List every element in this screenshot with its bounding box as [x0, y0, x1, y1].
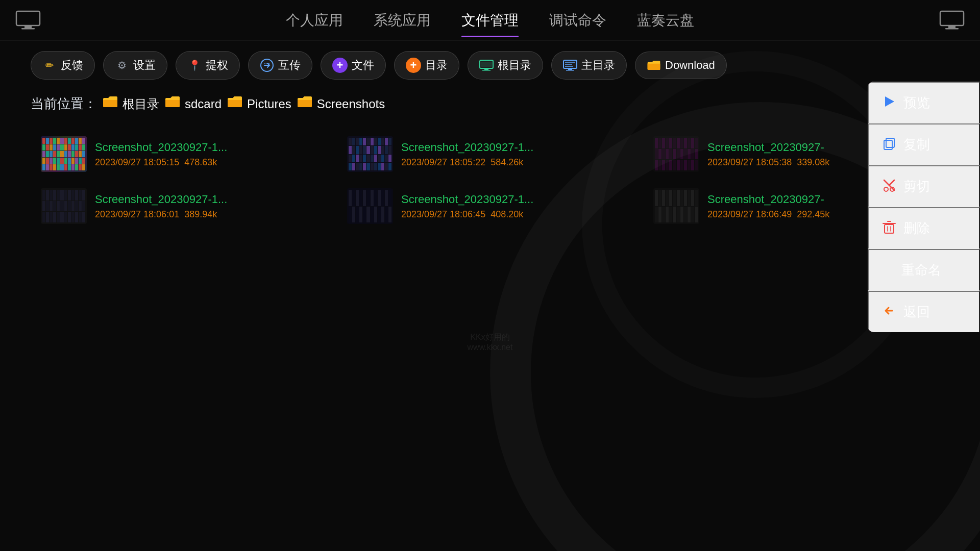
breadcrumb-pictures[interactable]: Pictures: [227, 95, 291, 112]
privilege-label: 提权: [206, 58, 228, 73]
file-thumb-4: [41, 188, 87, 224]
svg-rect-3: [940, 11, 964, 26]
file-name-4: Screenshot_20230927-1...: [95, 193, 327, 206]
context-menu: 预览 复制 剪切: [868, 82, 980, 332]
breadcrumb-folder-icon-root: [102, 95, 118, 112]
newfile-button[interactable]: + 文件: [321, 51, 386, 80]
breadcrumb-pictures-text: Pictures: [247, 97, 291, 111]
download-folder-icon: [647, 58, 661, 72]
cut-label: 剪切: [903, 178, 930, 195]
breadcrumb: 当前位置： 根目录 sdcard Pictures: [0, 90, 980, 123]
svg-rect-19: [886, 138, 894, 147]
breadcrumb-sdcard-text: sdcard: [185, 97, 222, 111]
feedback-button[interactable]: ✏ 反馈: [31, 51, 95, 80]
delete-button[interactable]: 删除: [868, 207, 980, 249]
toolbar: ✏ 反馈 ⚙ 设置 📍 提权 互传 + 文件 + 目录: [0, 41, 980, 90]
transfer-label: 互传: [278, 58, 301, 73]
monitor-icon-right: [939, 10, 965, 31]
newdir-button[interactable]: + 目录: [394, 51, 459, 80]
breadcrumb-sdcard[interactable]: sdcard: [164, 95, 222, 112]
breadcrumb-screenshots[interactable]: Screenshots: [297, 95, 385, 112]
file-name-2: Screenshot_20230927-1...: [401, 141, 633, 154]
svg-point-22: [884, 187, 888, 191]
settings-button[interactable]: ⚙ 设置: [103, 51, 167, 80]
file-item-2[interactable]: Screenshot_20230927-1... 2023/09/27 18:0…: [337, 128, 643, 180]
back-button[interactable]: 返回: [868, 291, 980, 332]
svg-line-21: [889, 180, 894, 185]
svg-rect-0: [16, 11, 40, 26]
top-nav: 个人应用 系统应用 文件管理 调试命令 蓝奏云盘: [0, 0, 980, 41]
file-meta-5: 2023/09/27 18:06:45 408.20k: [401, 209, 633, 220]
file-item-4[interactable]: Screenshot_20230927-1... 2023/09/27 18:0…: [31, 180, 337, 232]
newfile-label: 文件: [352, 58, 374, 73]
tab-personal[interactable]: 个人应用: [286, 6, 343, 35]
svg-rect-9: [482, 70, 491, 71]
breadcrumb-root[interactable]: 根目录: [102, 95, 159, 112]
back-label: 返回: [903, 303, 930, 321]
nav-tabs: 个人应用 系统应用 文件管理 调试命令 蓝奏云盘: [286, 6, 694, 35]
breadcrumb-folder-icon-screenshots: [297, 95, 313, 112]
privilege-icon: 📍: [187, 58, 202, 72]
file-info-2: Screenshot_20230927-1... 2023/09/27 18:0…: [401, 141, 633, 168]
preview-label: 预览: [903, 94, 930, 112]
file-info-4: Screenshot_20230927-1... 2023/09/27 18:0…: [95, 193, 327, 220]
rename-icon: [881, 263, 895, 278]
file-item-1[interactable]: Screenshot_20230927-1... 2023/09/27 18:0…: [31, 128, 337, 180]
file-meta-2: 2023/09/27 18:05:22 584.26k: [401, 157, 633, 168]
settings-icon: ⚙: [115, 58, 129, 72]
rootdir-label: 根目录: [498, 58, 531, 73]
settings-label: 设置: [133, 58, 156, 73]
svg-rect-24: [885, 224, 894, 233]
cut-button[interactable]: 剪切: [868, 165, 980, 207]
newdir-icon: +: [406, 58, 421, 73]
svg-rect-2: [21, 28, 35, 30]
breadcrumb-folder-icon-pictures: [227, 95, 243, 112]
preview-icon: [881, 94, 897, 112]
file-meta-1: 2023/09/27 18:05:15 478.63k: [95, 157, 327, 168]
svg-rect-8: [484, 68, 488, 70]
download-button[interactable]: Download: [635, 52, 727, 79]
homedir-button[interactable]: 主目录: [551, 51, 627, 80]
file-grid: Screenshot_20230927-1... 2023/09/27 18:0…: [0, 123, 980, 237]
transfer-icon: [260, 58, 274, 72]
tab-cloud[interactable]: 蓝奏云盘: [637, 6, 694, 35]
download-label: Download: [665, 59, 715, 72]
file-thumb-3: [653, 136, 699, 172]
copy-icon: [881, 136, 897, 154]
newfile-icon: +: [332, 58, 348, 73]
preview-button[interactable]: 预览: [868, 82, 980, 123]
svg-marker-17: [885, 96, 894, 107]
rootdir-button[interactable]: 根目录: [468, 51, 543, 80]
delete-icon: [881, 220, 897, 237]
rename-button[interactable]: 重命名: [868, 249, 980, 291]
transfer-button[interactable]: 互传: [248, 51, 312, 80]
back-icon: [881, 304, 897, 321]
monitor-icon-left: [15, 10, 41, 31]
newdir-label: 目录: [425, 58, 448, 73]
svg-rect-1: [24, 26, 32, 28]
homedir-icon: [563, 58, 577, 72]
copy-button[interactable]: 复制: [868, 123, 980, 165]
privilege-button[interactable]: 📍 提权: [176, 51, 240, 80]
feedback-icon: ✏: [42, 58, 57, 72]
svg-rect-12: [568, 68, 572, 70]
file-thumb-2: [347, 136, 393, 172]
breadcrumb-root-text: 根目录: [122, 96, 159, 112]
file-name-1: Screenshot_20230927-1...: [95, 141, 327, 154]
file-item-5[interactable]: Screenshot_20230927-1... 2023/09/27 18:0…: [337, 180, 643, 232]
watermark: KKx好用的 www.kkx.net: [468, 332, 513, 352]
svg-rect-18: [884, 140, 892, 149]
breadcrumb-folder-icon-sdcard: [164, 95, 181, 112]
svg-rect-10: [481, 62, 492, 67]
feedback-label: 反馈: [61, 58, 83, 73]
tab-filemanager[interactable]: 文件管理: [461, 6, 519, 35]
delete-label: 删除: [903, 219, 930, 237]
file-info-5: Screenshot_20230927-1... 2023/09/27 18:0…: [401, 193, 633, 220]
file-meta-4: 2023/09/27 18:06:01 389.94k: [95, 209, 327, 220]
tab-debug[interactable]: 调试命令: [549, 6, 606, 35]
file-thumb-1: [41, 136, 87, 172]
file-name-5: Screenshot_20230927-1...: [401, 193, 633, 206]
homedir-label: 主目录: [581, 58, 615, 73]
tab-system[interactable]: 系统应用: [374, 6, 431, 35]
rootdir-icon: [479, 58, 494, 72]
